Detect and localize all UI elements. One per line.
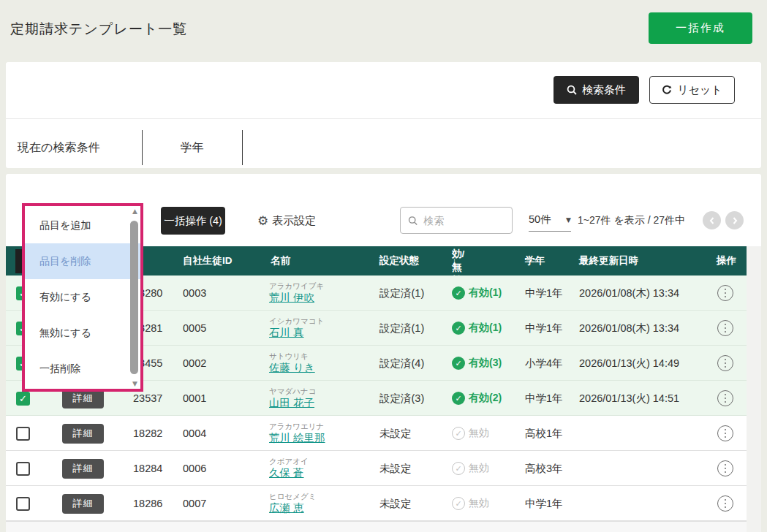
student-name-link[interactable]: 石川 真	[269, 326, 324, 340]
student-id: 0001	[183, 381, 206, 416]
scroll-down-icon[interactable]: ▼	[132, 380, 137, 387]
table-row: 詳細 18282 0004 アラカワエリナ 荒川 絵里那 未設定 ✓ 無効 高校…	[6, 416, 747, 451]
name-furigana: ヒロセメグミ	[269, 492, 316, 501]
page-size-select[interactable]: 50件 ▼	[529, 208, 571, 232]
row-actions-button[interactable]	[717, 381, 733, 416]
row-checkbox[interactable]: ✓	[16, 392, 30, 406]
dropdown-scrollbar[interactable]	[130, 221, 138, 374]
dropdown-item[interactable]: 無効にする	[25, 316, 140, 352]
enabled-badge: ✓ 有効(3)	[452, 346, 502, 381]
setting-status: 設定済(3)	[379, 381, 424, 416]
dropdown-item[interactable]: 有効にする	[25, 279, 140, 315]
student-name-link[interactable]: 広瀬 恵	[269, 501, 316, 515]
check-circle-icon: ✓	[452, 357, 465, 370]
search-conditions-button[interactable]: 検索条件	[553, 76, 639, 104]
header-updated: 最終更新日時	[579, 246, 638, 276]
setting-status: 設定済(1)	[379, 276, 424, 311]
bulk-action-dropdown: 品目を追加品目を削除有効にする無効にする一括削除 ▲ ▼	[22, 203, 143, 392]
row-actions-button[interactable]	[717, 311, 733, 346]
detail-button[interactable]: 詳細	[62, 494, 104, 514]
kebab-icon	[717, 390, 733, 406]
dropdown-item[interactable]: 品目を削除	[25, 243, 140, 279]
name-furigana: サトウリキ	[269, 352, 315, 361]
name-furigana: アラカワエリナ	[269, 422, 325, 431]
table-search-box	[400, 207, 513, 234]
search-panel: 検索条件 リセット 現在の検索条件 学年	[6, 62, 761, 168]
current-conditions-label: 現在の検索条件	[18, 130, 99, 165]
scroll-up-icon[interactable]: ▲	[132, 208, 137, 215]
row-actions-button[interactable]	[717, 276, 733, 311]
setting-status: 設定済(4)	[379, 346, 424, 381]
kebab-icon	[717, 285, 733, 301]
grade: 中学1年	[525, 276, 563, 311]
sort-descending-icon: ↓	[452, 246, 457, 276]
dropdown-item[interactable]: 品目を追加	[25, 208, 140, 243]
detail-button[interactable]: 詳細	[62, 424, 104, 444]
student-name-link[interactable]: 久保 蒼	[269, 466, 309, 480]
enabled-badge: ✓ 無効	[452, 416, 489, 451]
prev-page-button[interactable]	[703, 211, 721, 229]
student-id: 0007	[183, 486, 206, 521]
row-id: 18284	[133, 451, 162, 486]
setting-status: 設定済(1)	[379, 311, 424, 346]
bulk-create-button[interactable]: 一括作成	[649, 12, 752, 44]
student-name-link[interactable]: 荒川 伊吹	[269, 291, 324, 305]
condition-chip-grade: 学年	[142, 130, 242, 165]
search-icon	[567, 85, 577, 95]
scrollbar-gutter	[747, 246, 761, 532]
row-actions-button[interactable]	[717, 416, 733, 451]
dropdown-item[interactable]: 一括削除	[25, 352, 140, 387]
row-actions-button[interactable]	[717, 486, 733, 521]
table-search-input[interactable]	[423, 215, 505, 227]
display-settings-button[interactable]: ⚙ 表示設定	[257, 207, 316, 235]
row-checkbox[interactable]	[16, 462, 30, 476]
detail-button[interactable]: 詳細	[62, 459, 104, 479]
student-id: 0003	[183, 276, 206, 311]
grade: 中学1年	[525, 486, 563, 521]
name-furigana: クボアオイ	[269, 457, 309, 466]
grade: 高校3年	[525, 451, 563, 486]
setting-status: 未設定	[379, 416, 412, 451]
row-actions-button[interactable]	[717, 451, 733, 486]
check-circle-icon: ✓	[452, 427, 465, 440]
student-name-link[interactable]: 荒川 絵里那	[269, 431, 325, 445]
pagination-range: 1~27件 を表示 / 27件中	[578, 207, 685, 235]
last-updated: 2026/01/13(火) 14:51	[579, 381, 679, 416]
chevron-right-icon	[731, 216, 738, 225]
refresh-icon	[662, 85, 672, 95]
row-checkbox[interactable]	[16, 427, 30, 441]
table-row: 詳細 18286 0007 ヒロセメグミ 広瀬 恵 未設定 ✓ 無効 中学1年	[6, 486, 747, 521]
enabled-badge: ✓ 無効	[452, 486, 489, 521]
check-circle-icon: ✓	[452, 392, 465, 405]
enabled-badge: ✓ 有効(1)	[452, 311, 502, 346]
next-page-button[interactable]	[725, 211, 744, 229]
row-checkbox[interactable]	[16, 497, 30, 511]
kebab-icon	[717, 355, 733, 371]
student-id: 0002	[183, 346, 206, 381]
last-updated: 2026/01/08(木) 13:34	[579, 311, 679, 346]
setting-status: 未設定	[379, 451, 412, 486]
chevron-down-icon: ▼	[566, 216, 571, 224]
enabled-badge: ✓ 有効(2)	[452, 381, 502, 416]
student-name-link[interactable]: 山田 花子	[269, 396, 316, 410]
reset-button[interactable]: リセット	[649, 76, 735, 104]
row-actions-button[interactable]	[717, 346, 733, 381]
table-row: 詳細 18284 0006 クボアオイ 久保 蒼 未設定 ✓ 無効 高校3年	[6, 451, 747, 486]
header-grade: 学年	[525, 246, 545, 276]
check-circle-icon: ✓	[452, 462, 465, 475]
last-updated: 2026/01/08(木) 13:34	[579, 276, 679, 311]
table-row-partial	[6, 521, 747, 532]
header-name: 名前	[271, 246, 290, 276]
bulk-action-button[interactable]: 一括操作 (4)	[161, 207, 225, 235]
kebab-icon	[717, 460, 733, 476]
grade: 小学4年	[525, 346, 563, 381]
student-id: 0004	[183, 416, 206, 451]
grade: 高校1年	[525, 416, 563, 451]
student-name-link[interactable]: 佐藤 りき	[269, 361, 315, 375]
page-title: 定期請求テンプレート一覧	[10, 20, 187, 39]
name-furigana: アラカワイブキ	[269, 281, 324, 291]
student-id: 0005	[183, 311, 206, 346]
header-status: 設定状態	[379, 246, 419, 276]
check-circle-icon: ✓	[452, 322, 465, 335]
dropdown-item-list: 品目を追加品目を削除有効にする無効にする一括削除	[25, 206, 140, 389]
